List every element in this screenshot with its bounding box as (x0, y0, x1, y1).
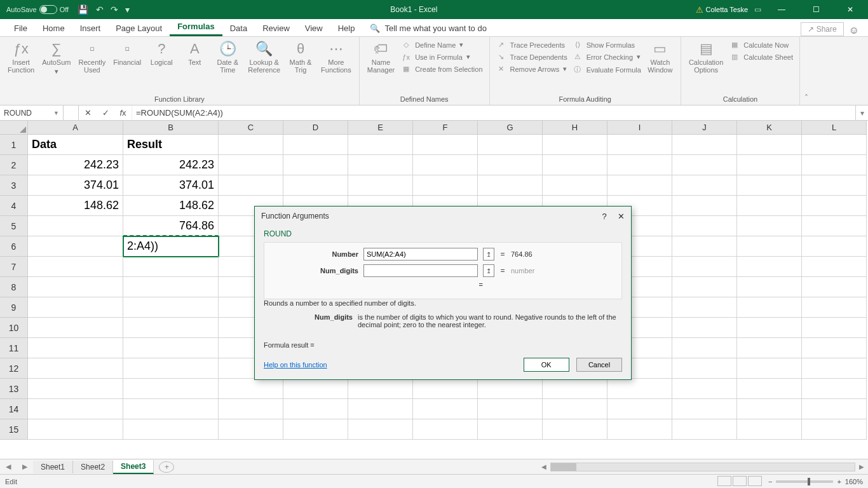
cell[interactable] (737, 135, 802, 155)
cell-B5[interactable]: 764.86 (123, 216, 219, 236)
cell[interactable] (737, 297, 802, 318)
cell[interactable] (737, 379, 802, 399)
cell[interactable] (348, 175, 413, 196)
cell[interactable] (543, 399, 607, 419)
cell[interactable] (28, 297, 123, 318)
cell[interactable] (802, 216, 867, 236)
cell[interactable] (737, 338, 802, 358)
trace-precedents-button[interactable]: ↗Trace Precedents (494, 39, 570, 50)
cell[interactable] (672, 338, 737, 358)
feedback-button[interactable]: ☺ (849, 25, 859, 36)
logical-button[interactable]: ?Logical (145, 39, 178, 67)
trace-dependents-button[interactable]: ↘Trace Dependents (494, 51, 570, 62)
cell-A6[interactable] (28, 236, 123, 257)
row-header[interactable]: 14 (0, 399, 28, 419)
cell[interactable] (672, 236, 737, 257)
row-header[interactable]: 3 (0, 175, 28, 196)
cell[interactable] (802, 155, 867, 175)
cell[interactable] (283, 399, 348, 419)
cell-B1[interactable]: Result (123, 135, 219, 155)
cell[interactable] (348, 399, 413, 419)
tab-view[interactable]: View (297, 20, 330, 36)
minimize-button[interactable]: — (768, 0, 796, 19)
cell[interactable] (123, 297, 219, 318)
enter-formula-button[interactable]: ✓ (97, 105, 114, 120)
cell[interactable] (802, 257, 867, 277)
cell[interactable] (219, 379, 283, 399)
cell[interactable] (672, 277, 737, 297)
cell[interactable] (607, 399, 672, 419)
cell[interactable] (478, 399, 543, 419)
column-header[interactable]: K (737, 121, 802, 135)
row-header[interactable]: 1 (0, 135, 28, 155)
cell[interactable] (802, 379, 867, 399)
row-header[interactable]: 6 (0, 236, 28, 257)
cell[interactable] (28, 358, 123, 379)
cell[interactable] (802, 419, 867, 440)
tab-formulas[interactable]: Formulas (170, 18, 222, 36)
cell[interactable] (672, 399, 737, 419)
tab-page-layout[interactable]: Page Layout (108, 20, 170, 36)
cell[interactable] (737, 236, 802, 257)
cell[interactable] (219, 419, 283, 440)
cell[interactable] (543, 175, 607, 196)
calculation-options-button[interactable]: ▤Calculation Options (685, 39, 727, 75)
cell[interactable] (28, 318, 123, 338)
expand-formula-bar-button[interactable]: ▾ (855, 105, 868, 120)
cell[interactable] (802, 196, 867, 216)
cell[interactable] (802, 318, 867, 338)
name-box[interactable]: ROUND▼ (0, 105, 64, 120)
cell[interactable] (28, 399, 123, 419)
zoom-out-button[interactable]: − (768, 478, 772, 485)
cancel-formula-button[interactable]: ✕ (79, 105, 97, 120)
define-name-button[interactable]: ◇Define Name ▾ (398, 39, 485, 50)
calculate-now-button[interactable]: ▦Calculate Now (727, 39, 796, 50)
cell[interactable] (737, 399, 802, 419)
cell[interactable] (28, 419, 123, 440)
cell[interactable] (219, 399, 283, 419)
calculate-sheet-button[interactable]: ▥Calculate Sheet (727, 51, 796, 62)
cell[interactable] (672, 379, 737, 399)
undo-icon[interactable]: ↶ (96, 4, 104, 15)
cell-A5[interactable] (28, 216, 123, 236)
cell[interactable] (607, 175, 672, 196)
cell[interactable] (413, 419, 478, 440)
more-functions-button[interactable]: ⋯More Functions (317, 39, 355, 75)
cell[interactable] (413, 175, 478, 196)
cell[interactable] (607, 419, 672, 440)
text-button[interactable]: AText (178, 39, 211, 67)
cell[interactable] (802, 135, 867, 155)
cell[interactable] (737, 419, 802, 440)
cell[interactable] (607, 155, 672, 175)
arg-numdigits-input[interactable] (363, 264, 478, 277)
row-header[interactable]: 13 (0, 379, 28, 399)
cell[interactable] (737, 318, 802, 338)
range-select-icon[interactable]: ↥ (483, 264, 494, 277)
cell[interactable] (737, 277, 802, 297)
cell[interactable] (413, 379, 478, 399)
cell[interactable] (28, 257, 123, 277)
remove-arrows-button[interactable]: ✕Remove Arrows ▾ (494, 64, 570, 74)
cell[interactable] (802, 277, 867, 297)
cell[interactable] (478, 175, 543, 196)
column-header[interactable]: F (413, 121, 478, 135)
range-select-icon[interactable]: ↥ (483, 248, 494, 261)
cell-B3[interactable]: 374.01 (123, 175, 219, 196)
cell[interactable] (123, 419, 219, 440)
cell[interactable] (737, 257, 802, 277)
help-on-function-link[interactable]: Help on this function (264, 361, 327, 369)
tab-file[interactable]: File (6, 20, 35, 36)
cell[interactable] (478, 155, 543, 175)
column-header[interactable]: A (28, 121, 123, 135)
cell[interactable] (672, 216, 737, 236)
cell[interactable] (28, 379, 123, 399)
cell[interactable] (219, 155, 283, 175)
cell[interactable] (607, 379, 672, 399)
cell[interactable] (123, 277, 219, 297)
column-header[interactable]: G (478, 121, 543, 135)
save-icon[interactable]: 💾 (78, 4, 88, 15)
ribbon-display-options-icon[interactable]: ▭ (754, 5, 761, 14)
scroll-right-icon[interactable]: ▶ (859, 463, 864, 470)
cell[interactable] (672, 318, 737, 338)
recently-used-button[interactable]: ▫Recently Used (74, 39, 109, 75)
